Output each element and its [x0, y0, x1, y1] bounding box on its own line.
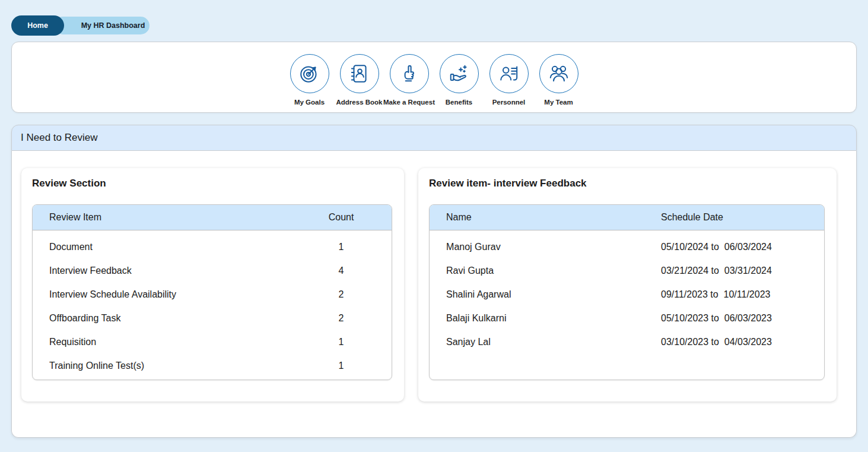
tab-label: Home — [27, 21, 48, 30]
toolbar-item-my-goals[interactable]: My Goals — [285, 54, 335, 106]
pointing-hand-icon — [390, 54, 429, 93]
review-item-cell: Document — [49, 242, 291, 252]
table-row[interactable]: Shalini Agarwal 09/11/2023 to 10/11/2023 — [430, 283, 824, 306]
table-row[interactable]: Document 1 — [33, 235, 392, 259]
count-cell: 2 — [291, 289, 392, 300]
tab-my-hr-dashboard[interactable]: My HR Dashboard — [54, 17, 150, 34]
table-row[interactable]: Sanjay Lal 03/10/2023 to 04/03/2023 — [430, 330, 824, 354]
toolbar-item-make-a-request[interactable]: Make a Request — [384, 54, 434, 106]
count-cell: 1 — [291, 337, 392, 347]
toolbar-item-personnel[interactable]: Personnel — [484, 54, 534, 106]
giving-hand-icon — [440, 54, 479, 93]
count-cell: 4 — [291, 265, 392, 276]
name-cell: Ravi Gupta — [446, 265, 661, 276]
person-document-icon — [489, 54, 529, 93]
column-header-schedule-date: Schedule Date — [661, 212, 824, 223]
name-cell: Sanjay Lal — [446, 337, 661, 347]
table-row[interactable]: Interview Feedback 4 — [33, 259, 392, 283]
section-header: I Need to Review — [11, 125, 857, 151]
table-body: Manoj Gurav 05/10/2024 to 06/03/2024 Rav… — [430, 230, 824, 380]
schedule-date-cell: 09/11/2023 to 10/11/2023 — [661, 289, 824, 300]
schedule-date-cell: 05/10/2023 to 06/03/2023 — [661, 313, 824, 324]
review-section-card: Review Section Review Item Count Documen… — [21, 168, 404, 402]
breadcrumb: My HR Dashboard Home — [11, 15, 166, 36]
toolbar-item-my-team[interactable]: My Team — [534, 54, 584, 106]
review-item-cell: Requisition — [49, 337, 291, 347]
column-header-name: Name — [446, 212, 661, 223]
table-row[interactable]: Ravi Gupta 03/21/2024 to 03/31/2024 — [430, 259, 824, 283]
interview-feedback-table: Name Schedule Date Manoj Gurav 05/10/202… — [429, 204, 825, 380]
tab-home[interactable]: Home — [11, 15, 64, 36]
target-icon — [290, 54, 329, 93]
table-row[interactable]: Manoj Gurav 05/10/2024 to 06/03/2024 — [430, 235, 824, 259]
interview-feedback-card: Review item- interview Feedback Name Sch… — [418, 168, 837, 402]
address-book-icon — [340, 54, 379, 93]
review-item-cell: Training Online Test(s) — [49, 361, 291, 371]
people-group-icon — [539, 54, 578, 93]
table-row[interactable]: Requisition 1 — [33, 330, 392, 354]
review-section-table: Review Item Count Document 1 Interview F… — [32, 204, 392, 380]
toolbar-item-address-book[interactable]: Address Book — [335, 54, 384, 106]
section-body: Review Section Review Item Count Documen… — [11, 151, 857, 438]
toolbar-item-label: Personnel — [492, 99, 526, 106]
table-body: Document 1 Interview Feedback 4 Intervie… — [33, 230, 392, 380]
tab-label: My HR Dashboard — [81, 21, 145, 30]
toolbar-item-label: My Goals — [294, 99, 325, 106]
card-title: Review item- interview Feedback — [429, 178, 825, 189]
name-cell: Shalini Agarwal — [446, 289, 661, 300]
column-header-review-item: Review Item — [49, 212, 291, 223]
name-cell: Balaji Kulkarni — [446, 313, 661, 324]
column-header-count: Count — [291, 212, 392, 223]
section-title: I Need to Review — [21, 132, 97, 144]
card-title: Review Section — [32, 178, 392, 189]
schedule-date-cell: 03/10/2023 to 04/03/2023 — [661, 337, 824, 347]
toolbar-item-label: Benefits — [446, 99, 472, 106]
schedule-date-cell: 03/21/2024 to 03/31/2024 — [661, 265, 824, 276]
toolbar-item-label: My Team — [544, 99, 573, 106]
review-item-cell: Offboarding Task — [49, 313, 291, 324]
table-row[interactable]: Interview Schedule Availability 2 — [33, 283, 392, 306]
schedule-date-cell: 05/10/2024 to 06/03/2024 — [661, 242, 824, 252]
review-item-cell: Interview Feedback — [49, 265, 291, 276]
count-cell: 1 — [291, 361, 392, 371]
count-cell: 2 — [291, 313, 392, 324]
need-to-review-section: I Need to Review Review Section Review I… — [11, 125, 857, 438]
count-cell: 1 — [291, 242, 392, 252]
toolbar-item-label: Make a Request — [383, 99, 435, 106]
toolbar-item-benefits[interactable]: Benefits — [434, 54, 484, 106]
table-row[interactable]: Offboarding Task 2 — [33, 306, 392, 330]
name-cell: Manoj Gurav — [446, 242, 661, 252]
table-header-row: Name Schedule Date — [430, 205, 824, 230]
table-header-row: Review Item Count — [33, 205, 392, 230]
table-row[interactable]: Training Online Test(s) 1 — [33, 354, 392, 378]
toolbar-item-label: Address Book — [336, 99, 383, 106]
quick-links-toolbar: My Goals Address Book Make a Request — [11, 42, 857, 113]
table-row[interactable]: Balaji Kulkarni 05/10/2023 to 06/03/2023 — [430, 306, 824, 330]
review-item-cell: Interview Schedule Availability — [49, 289, 291, 300]
